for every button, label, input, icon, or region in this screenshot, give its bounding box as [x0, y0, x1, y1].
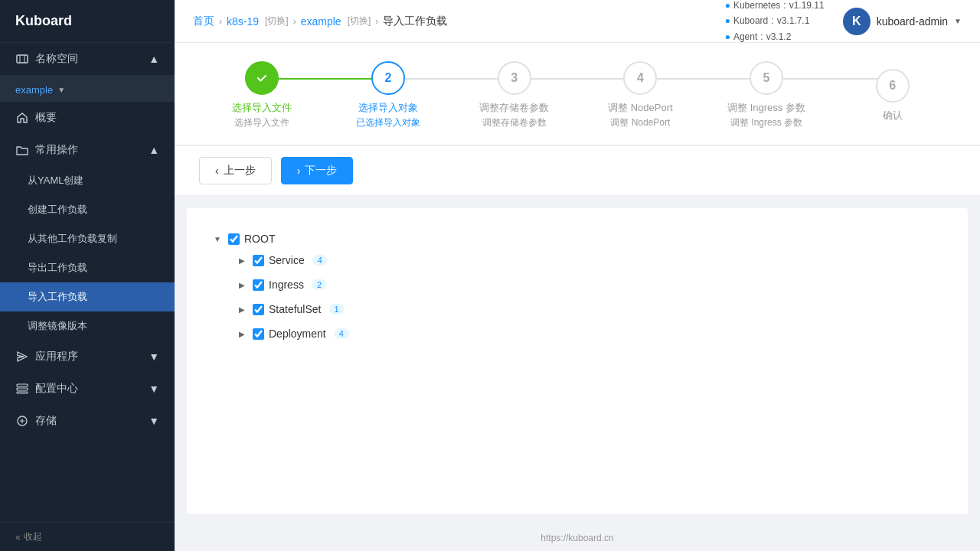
sidebar-item-import-workload[interactable]: 导入工作负载: [0, 282, 175, 311]
service-count: 4: [312, 255, 328, 266]
breadcrumb-current: 导入工作负载: [383, 15, 447, 28]
tree-row-deployment[interactable]: ▶ Deployment 4: [230, 324, 949, 343]
ingress-toggle-icon[interactable]: ▶: [236, 279, 248, 291]
breadcrumb-sep-1: ›: [219, 16, 222, 27]
tree-row-statefulset[interactable]: ▶ StatefulSet 1: [230, 300, 949, 318]
sidebar-item-common-ops[interactable]: 常用操作 ▲: [0, 134, 175, 166]
tree-node-ingress: ▶ Ingress 2: [230, 272, 949, 297]
folder-icon: [15, 143, 29, 157]
step-1: 选择导入文件 选择导入文件: [199, 61, 325, 129]
top-navigation: 首页 › k8s-19 [切换] › example [切换] › 导入工作负载…: [175, 0, 980, 43]
sidebar-item-config-center[interactable]: 配置中心 ▼: [0, 373, 175, 405]
send-icon: [15, 350, 29, 364]
statefulset-checkbox[interactable]: [253, 304, 264, 315]
tree-root-row[interactable]: ▼ ROOT: [205, 230, 949, 248]
sidebar-item-create-workload[interactable]: 创建工作负载: [0, 195, 175, 224]
step-6-circle: 6: [876, 69, 910, 103]
svg-rect-0: [17, 55, 28, 63]
main-content: 首页 › k8s-19 [切换] › example [切换] › 导入工作负载…: [175, 0, 980, 551]
namespace-tag[interactable]: example ▼: [15, 81, 159, 99]
config-icon: [15, 382, 29, 396]
step-1-sublabel: 选择导入文件: [234, 116, 289, 129]
cluster-switch[interactable]: [切换]: [265, 15, 289, 28]
tree-node-deployment: ▶ Deployment 4: [230, 321, 949, 346]
deployment-checkbox[interactable]: [253, 328, 264, 340]
tree-node-statefulset: ▶ StatefulSet 1: [230, 297, 949, 321]
stepper: 选择导入文件 选择导入文件 2 选择导入对象 已选择导入对象 3 调整存: [175, 43, 980, 145]
sidebar-namespace-group[interactable]: 名称空间 ▲: [0, 43, 175, 75]
sidebar-item-export-workload[interactable]: 导出工作负载: [0, 253, 175, 282]
step-4: 4 调整 NodePort 调整 NodePort: [577, 61, 704, 129]
sidebar-item-copy-workload[interactable]: 从其他工作负载复制: [0, 224, 175, 253]
ingress-checkbox[interactable]: [253, 279, 264, 291]
user-menu-chevron: ▼: [954, 17, 962, 25]
step-4-sublabel: 调整 NodePort: [610, 116, 670, 129]
breadcrumb-cluster[interactable]: k8s-19: [227, 15, 259, 28]
step-3: 3 调整存储卷参数 调整存储卷参数: [451, 61, 577, 129]
step-3-label: 调整存储卷参数: [479, 101, 549, 115]
breadcrumb-namespace[interactable]: example: [301, 15, 341, 28]
namespace-icon: [15, 52, 29, 66]
step-6: 6 确认: [829, 69, 956, 122]
storage-icon: [15, 414, 29, 428]
deployment-count: 4: [334, 328, 349, 339]
svg-rect-3: [17, 392, 28, 393]
step-4-circle: 4: [623, 61, 657, 95]
sidebar-item-storage[interactable]: 存储 ▼: [0, 405, 175, 437]
tree-row-ingress[interactable]: ▶ Ingress 2: [230, 276, 949, 294]
sidebar-item-adjust-image[interactable]: 调整镜像版本: [0, 311, 175, 341]
next-button[interactable]: › 下一步: [281, 157, 354, 184]
breadcrumb-home[interactable]: 首页: [193, 15, 214, 28]
step-4-label: 调整 NodePort: [608, 101, 673, 115]
namespace-section: example ▼: [0, 75, 175, 102]
step-3-sublabel: 调整存储卷参数: [482, 116, 547, 129]
namespace-chevron: ▼: [57, 86, 65, 94]
statefulset-label: StatefulSet: [269, 303, 322, 315]
step-5: 5 调整 Ingress 参数 调整 Ingress 参数: [704, 61, 830, 129]
service-checkbox[interactable]: [253, 255, 264, 266]
footer: https://kuboard.cn: [175, 527, 980, 549]
root-toggle-icon[interactable]: ▼: [211, 233, 224, 245]
prev-button[interactable]: ‹ 上一步: [199, 157, 272, 184]
breadcrumb-sep-3: ›: [375, 16, 378, 27]
card-area: ▼ ROOT ▶ Service 4: [187, 208, 968, 514]
prev-icon: ‹: [215, 165, 219, 177]
step-2-label: 选择导入对象: [358, 101, 418, 115]
version-info: ● Kubernetes : v1.19.11 ● Kuboard : v3.1…: [725, 0, 825, 44]
statefulset-count: 1: [329, 304, 345, 315]
username: kuboard-admin: [877, 15, 948, 28]
tree-root-node: ▼ ROOT ▶ Service 4: [205, 227, 949, 349]
tree-children: ▶ Service 4 ▶ Ingress 2: [230, 248, 949, 346]
tree-row-service[interactable]: ▶ Service 4: [230, 251, 949, 269]
step-1-circle: [245, 61, 279, 95]
collapse-button[interactable]: « 收起: [0, 522, 175, 551]
sidebar-item-from-yaml[interactable]: 从YAML创建: [0, 166, 175, 195]
service-toggle-icon[interactable]: ▶: [236, 254, 248, 266]
statefulset-toggle-icon[interactable]: ▶: [236, 303, 248, 315]
stepper-steps: 选择导入文件 选择导入文件 2 选择导入对象 已选择导入对象 3 调整存: [199, 61, 956, 129]
ingress-label: Ingress: [269, 279, 304, 291]
breadcrumb-sep-2: ›: [293, 16, 296, 27]
step-2-circle: 2: [371, 61, 405, 95]
sidebar-item-applications[interactable]: 应用程序 ▼: [0, 341, 175, 373]
root-label: ROOT: [244, 233, 275, 245]
service-label: Service: [269, 254, 305, 266]
step-2: 2 选择导入对象 已选择导入对象: [325, 61, 452, 129]
sidebar: Kuboard 名称空间 ▲ example ▼ 概要: [0, 0, 175, 551]
collapse-icon: «: [15, 532, 21, 543]
nav-buttons: ‹ 上一步 › 下一步: [175, 145, 980, 196]
step-5-label: 调整 Ingress 参数: [727, 101, 805, 115]
user-menu[interactable]: K kuboard-admin ▼: [843, 8, 962, 35]
ingress-count: 2: [312, 279, 327, 290]
namespace-switch[interactable]: [切换]: [348, 15, 371, 28]
svg-point-5: [254, 70, 270, 86]
breadcrumb: 首页 › k8s-19 [切换] › example [切换] › 导入工作负载: [193, 15, 447, 28]
next-icon: ›: [297, 165, 301, 177]
step-3-circle: 3: [498, 61, 531, 95]
app-logo: Kuboard: [0, 0, 175, 43]
deployment-toggle-icon[interactable]: ▶: [236, 328, 248, 340]
root-checkbox[interactable]: [228, 233, 240, 245]
tree-node-service: ▶ Service 4: [230, 248, 949, 272]
topnav-right: ● Kubernetes : v1.19.11 ● Kuboard : v3.1…: [725, 0, 962, 44]
sidebar-item-overview[interactable]: 概要: [0, 102, 175, 134]
